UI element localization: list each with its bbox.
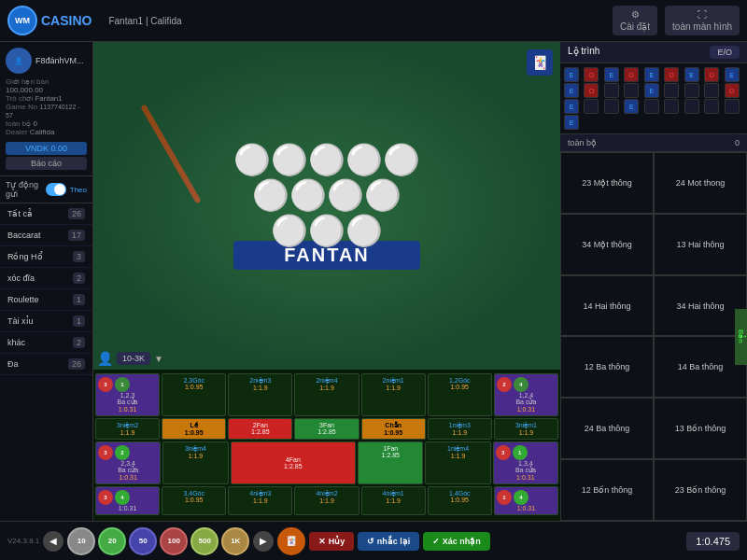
- settings-button[interactable]: ⚙ Cài đặt: [613, 6, 657, 35]
- track-cell: E: [684, 67, 699, 82]
- sidebar-item-da[interactable]: Đa 26: [0, 354, 92, 375]
- sidebar: 👤 F8đánhVM... Giới hạn bàn 100,000.00 Tr…: [0, 42, 93, 521]
- track-cell: [725, 99, 740, 114]
- person-icon: 👤: [97, 351, 113, 366]
- bet-empty2[interactable]: 1 4 1:0.31: [494, 486, 558, 515]
- report-button[interactable]: Báo cáo: [6, 157, 87, 170]
- bet-row-2: 3niệm2 1:1.9 Lề 1:0.95 2Fan 1:2.85 3Fan …: [95, 418, 558, 440]
- bet-2niem4[interactable]: 2niệm4 1:1.9: [294, 373, 359, 416]
- chip-10[interactable]: 10: [67, 527, 95, 555]
- track-cell: [604, 99, 619, 114]
- sidebar-item-roulette[interactable]: Roulette 1: [0, 289, 92, 311]
- bet-range-selector[interactable]: 👤 10-3K ▼: [97, 351, 163, 366]
- track-cell: O: [725, 83, 740, 98]
- game-chip-button[interactable]: 🃏: [277, 527, 305, 555]
- sidebar-item-rongho[interactable]: Rồng Hổ 3: [0, 246, 92, 268]
- bet-4niem3[interactable]: 4niệm3 1:1.9: [228, 486, 292, 515]
- bet-empty1[interactable]: 3 4 1:0.31: [95, 486, 160, 515]
- bet-14-bathong[interactable]: 14 Ba thông: [654, 336, 747, 398]
- track-eo: E/O: [710, 46, 740, 59]
- header-right: ⚙ Cài đặt ⛶ toàn màn hình: [613, 6, 740, 35]
- bet-34-haithong[interactable]: 34 Hai thông: [654, 275, 747, 337]
- bet-2niem1[interactable]: 2niệm1 1:1.9: [361, 373, 426, 416]
- track-cell: [684, 83, 699, 98]
- track-cell: E: [644, 83, 659, 98]
- bet-23-bonthong[interactable]: 23 Bốn thông: [654, 459, 747, 521]
- bet-le[interactable]: Lề 1:0.95: [162, 418, 226, 440]
- bet-summary: toàn bộ 0: [560, 133, 747, 151]
- bet-34-motthong[interactable]: 34 Một thông: [560, 214, 654, 275]
- bet-123-bacua[interactable]: 3 1 1,2,3Ba cửa 1:0.31: [95, 373, 160, 416]
- bet-1niem3[interactable]: 1niệm3 1:1.9: [428, 418, 492, 440]
- track-cell: [604, 83, 619, 98]
- bet-234-bacua[interactable]: 3 2 2,3,4Ba cửa 1:0.31: [95, 441, 161, 484]
- bet-14goc[interactable]: 1,4Góc 1:0.95: [428, 486, 492, 515]
- bet-1niem4[interactable]: 1niệm4 1:1.9: [425, 441, 490, 484]
- sidebar-item-khac[interactable]: khác 2: [0, 332, 92, 354]
- bet-3niem4[interactable]: 3niệm4 1:1.9: [162, 441, 228, 484]
- repeat-button[interactable]: ↺ nhắc lại: [358, 532, 419, 551]
- bet-row-4: 3 4 1:0.31 3,4Góc 1:0.95 4niệm3 1:1.9: [95, 486, 558, 515]
- track-cell: E: [564, 115, 579, 130]
- bet-row-3: 3 2 2,3,4Ba cửa 1:0.31 3niệm4 1:1.9 4Fan…: [95, 441, 558, 484]
- chip-20[interactable]: 20: [98, 527, 126, 555]
- right-panel: Lộ trình E/O E O E O E O E O E E O: [560, 42, 747, 521]
- bet-1fan[interactable]: 1Fan 1:2.85: [358, 441, 423, 484]
- bet-12goc[interactable]: 1,2Góc 1:0.95: [428, 373, 492, 416]
- chip-50[interactable]: 50: [129, 527, 157, 555]
- cancel-button[interactable]: ✕ Hủy: [309, 532, 354, 551]
- bet-34goc3[interactable]: 3,4Góc 1:0.95: [162, 486, 226, 515]
- bet-14-haithong[interactable]: 14 Hai thông: [560, 275, 654, 337]
- balance-button[interactable]: VNDK 0.00: [6, 142, 87, 155]
- track-cell: E: [564, 67, 579, 82]
- chip-1k[interactable]: 1K: [221, 527, 249, 555]
- ban-label: Bản: [735, 309, 747, 365]
- sidebar-item-xocdia[interactable]: xóc đĩa 2: [0, 268, 92, 289]
- bet-23goc2[interactable]: 2,3Góc 1:0.95: [162, 373, 226, 416]
- bet-3niem1[interactable]: 3niệm1 1:1.9: [494, 418, 558, 440]
- bet-13-haithong[interactable]: 13 Hai thông: [654, 214, 747, 275]
- gear-icon: ⚙: [631, 9, 640, 20]
- balls-display: ⚪⚪⚪⚪⚪⚪⚪⚪⚪⚪⚪⚪: [233, 142, 420, 248]
- sidebar-item-baccarat[interactable]: Baccarat 17: [0, 225, 92, 246]
- bet-2niem3[interactable]: 2niệm3 1:1.9: [228, 373, 292, 416]
- sidebar-item-tatca[interactable]: Tất cả 26: [0, 203, 92, 225]
- prev-button[interactable]: ◀: [43, 531, 63, 552]
- bet-4niem1[interactable]: 4niệm1 1:1.9: [361, 486, 426, 515]
- track-cell: O: [664, 67, 679, 82]
- bet-13-bonthong[interactable]: 13 Bốn thông: [654, 398, 747, 459]
- user-info: 👤 F8đánhVM... Giới hạn bàn 100,000.00 Tr…: [0, 42, 92, 176]
- track-cell: O: [624, 67, 639, 82]
- right-bet-grid: 23 Một thông 24 Mot thong 34 Một thông 1…: [560, 151, 747, 521]
- auto-toggle[interactable]: [46, 183, 66, 196]
- fantan-text: FANTAN: [233, 241, 420, 270]
- confirm-button[interactable]: ✓ Xác nhận: [423, 532, 490, 551]
- bet-chan[interactable]: Chẵn 1:0.95: [361, 418, 426, 440]
- bet-124-bacua[interactable]: 2 4 1,2,4Ba cửa 1:0.31: [494, 373, 558, 416]
- bet-24-motthong[interactable]: 24 Mot thong: [654, 152, 747, 214]
- track-title: Lộ trình: [568, 46, 599, 59]
- version-label: V24.3.8.1: [7, 537, 39, 545]
- chevron-down-icon: ▼: [154, 354, 163, 364]
- bet-4niem2[interactable]: 4niệm2 1:1.9: [294, 486, 359, 515]
- chip-500[interactable]: 500: [190, 527, 218, 555]
- track-cell: E: [624, 99, 639, 114]
- bet-4fan[interactable]: 4Fan 1:2.85: [231, 441, 357, 484]
- bet-2fan[interactable]: 2Fan 1:2.85: [228, 418, 292, 440]
- bet-23-motthong[interactable]: 23 Một thông: [560, 152, 654, 214]
- logo-icon: WM: [7, 6, 37, 35]
- fullscreen-button[interactable]: ⛶ toàn màn hình: [665, 6, 740, 35]
- track-cell: [704, 83, 719, 98]
- bet-3fan[interactable]: 3Fan 1:2.85: [294, 418, 359, 440]
- bet-3niem2[interactable]: 3niệm2 1:1.9: [95, 418, 160, 440]
- toggle-knob: [54, 184, 65, 195]
- bet-12-bonthong[interactable]: 12 Bốn thông: [560, 459, 654, 521]
- bet-24-bathong[interactable]: 24 Ba thông: [560, 398, 654, 459]
- bet-12-bathong[interactable]: 12 Ba thông: [560, 336, 654, 398]
- road-icon[interactable]: 🃏: [527, 49, 553, 76]
- next-button[interactable]: ▶: [253, 531, 274, 552]
- sidebar-item-taixiu[interactable]: Tài xỉu 1: [0, 311, 92, 332]
- stick-decoration: [140, 105, 201, 204]
- chip-100[interactable]: 100: [160, 527, 188, 555]
- bet-134-bacua[interactable]: 3 1 1,3,4Ba cửa 1:0.31: [493, 441, 558, 484]
